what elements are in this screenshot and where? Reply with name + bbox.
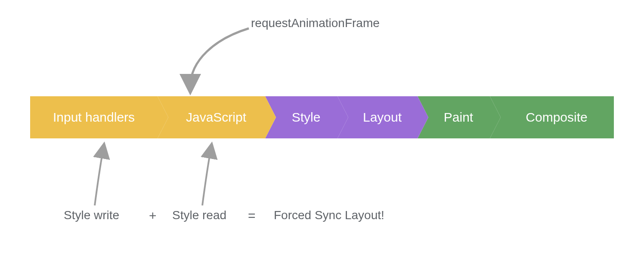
label-plus: + xyxy=(149,208,157,223)
step-label: Layout xyxy=(363,110,402,125)
step-label: JavaScript xyxy=(186,110,246,125)
step-javascript: JavaScript xyxy=(158,96,265,138)
pipeline-row: Input handlers JavaScript Style Layout P… xyxy=(30,96,614,138)
diagram-canvas: requestAnimationFrame Input handlers Jav… xyxy=(0,0,644,260)
step-paint: Paint xyxy=(418,96,490,138)
label-request-animation-frame: requestAnimationFrame xyxy=(251,16,380,30)
step-layout: Layout xyxy=(337,96,418,138)
label-style-write: Style write xyxy=(64,208,119,222)
step-label: Input handlers xyxy=(53,110,135,125)
step-input-handlers: Input handlers xyxy=(30,96,158,138)
step-composite: Composite xyxy=(490,96,614,138)
label-equals: = xyxy=(248,208,256,223)
label-forced-sync-layout: Forced Sync Layout! xyxy=(274,208,384,222)
label-style-read: Style read xyxy=(172,208,226,222)
step-label: Style xyxy=(292,110,321,125)
step-label: Composite xyxy=(526,110,587,125)
step-label: Paint xyxy=(444,110,473,125)
step-style: Style xyxy=(265,96,337,138)
